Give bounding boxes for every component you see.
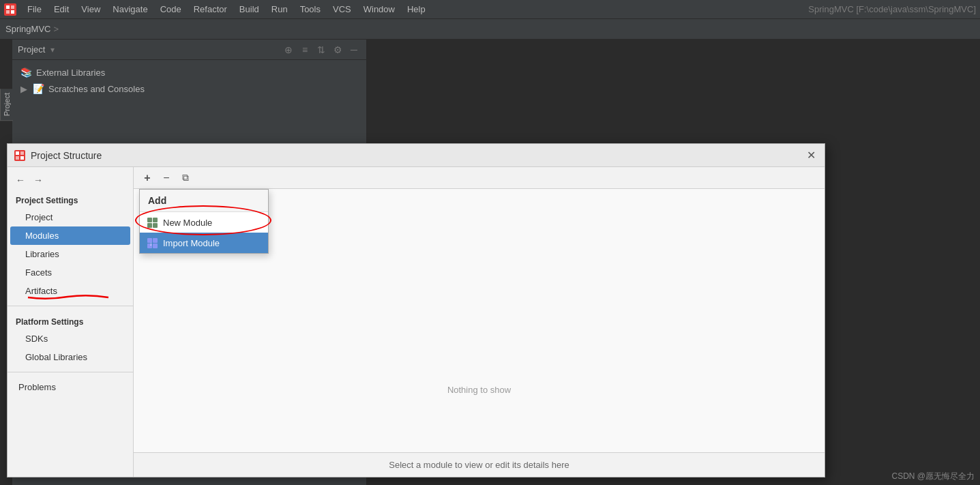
svg-rect-2	[11, 5, 14, 9]
dialog-main-content: + − ⧉ Add New Module	[134, 167, 825, 477]
svg-rect-0	[4, 3, 16, 16]
svg-rect-13	[153, 223, 158, 228]
panel-sort-btn[interactable]: ⇅	[314, 43, 328, 57]
csdn-watermark: CSDN @愿无悔尽全力	[891, 471, 975, 482]
menu-build[interactable]: Build	[234, 2, 265, 16]
dialog-body: ← → Project Settings Project Modules Lib…	[8, 167, 825, 477]
scratches-expand-icon: ▶	[20, 84, 27, 94]
nothing-to-show-label: Nothing to show	[447, 385, 511, 395]
dialog-sidebar: ← → Project Settings Project Modules Lib…	[8, 167, 134, 477]
svg-text:↓: ↓	[149, 241, 152, 247]
add-dropdown-menu: Add New Module	[139, 189, 269, 254]
new-module-icon	[147, 217, 158, 228]
scratches-label: Scratches and Consoles	[48, 84, 145, 94]
menu-view[interactable]: View	[76, 2, 106, 16]
footer-text: Select a module to view or edit its deta…	[389, 460, 569, 470]
dialog-toolbar: + − ⧉	[134, 167, 825, 189]
dialog-close-button[interactable]: ✕	[804, 149, 818, 162]
nav-item-problems[interactable]: Problems	[10, 378, 130, 396]
nav-item-sdks[interactable]: SDKs	[10, 329, 130, 348]
panel-dropdown-arrow[interactable]: ▾	[50, 45, 55, 55]
svg-rect-8	[16, 156, 19, 160]
panel-scroll-btn[interactable]: ≡	[298, 43, 312, 57]
external-libraries-icon: 📚	[20, 67, 32, 78]
external-libraries-label: External Libraries	[36, 68, 105, 78]
svg-rect-10	[147, 218, 152, 222]
import-module-icon: ↓	[147, 237, 158, 248]
project-structure-dialog: Project Structure ✕ ← → Project Settings…	[7, 143, 825, 477]
copy-button[interactable]: ⧉	[177, 170, 194, 186]
platform-settings-header: Platform Settings	[8, 312, 133, 329]
menubar: File Edit View Navigate Code Refactor Bu…	[0, 0, 980, 19]
menu-run[interactable]: Run	[266, 2, 293, 16]
svg-rect-1	[6, 5, 10, 9]
panel-title: Project	[18, 44, 45, 55]
dialog-footer: Select a module to view or edit its deta…	[134, 452, 825, 477]
svg-rect-17	[153, 244, 158, 248]
sidebar-divider-2	[8, 372, 133, 372]
svg-rect-9	[20, 156, 24, 160]
nav-item-facets[interactable]: Facets	[10, 263, 130, 282]
svg-rect-12	[147, 223, 152, 228]
nav-item-modules[interactable]: Modules	[10, 226, 130, 245]
scratches-icon: 📝	[33, 83, 44, 94]
svg-rect-7	[20, 151, 24, 155]
nav-forward-button[interactable]: →	[31, 173, 46, 188]
panel-header: Project ▾ ⊕ ≡ ⇅ ⚙ ─	[12, 40, 366, 60]
sidebar-divider	[8, 306, 133, 306]
import-module-label: Import Module	[163, 238, 220, 248]
panel-minimize-btn[interactable]: ─	[347, 43, 361, 57]
add-new-module-item[interactable]: New Module	[140, 212, 268, 233]
svg-rect-4	[11, 10, 14, 14]
dialog-icon	[14, 150, 25, 161]
dialog-titlebar: Project Structure ✕	[8, 144, 825, 167]
nav-item-artifacts[interactable]: Artifacts	[10, 282, 130, 300]
menu-navigate[interactable]: Navigate	[107, 2, 153, 16]
nav-item-libraries[interactable]: Libraries	[10, 245, 130, 263]
svg-rect-3	[6, 10, 10, 14]
app-logo	[4, 3, 16, 16]
svg-rect-15	[153, 238, 158, 243]
panel-settings-btn[interactable]: ⚙	[331, 43, 344, 57]
breadcrumb-project[interactable]: SpringMVC	[5, 24, 50, 34]
menu-refactor[interactable]: Refactor	[188, 2, 233, 16]
menu-edit[interactable]: Edit	[48, 2, 74, 16]
dialog-title: Project Structure	[31, 150, 799, 161]
project-side-tab[interactable]: Project	[0, 89, 13, 121]
project-title: SpringMVC [F:\code\java\ssm\SpringMVC]	[808, 4, 976, 14]
svg-rect-6	[16, 151, 19, 155]
panel-item-scratches[interactable]: ▶ 📝 Scratches and Consoles	[12, 80, 366, 97]
panel-locate-btn[interactable]: ⊕	[282, 43, 295, 57]
remove-button[interactable]: −	[158, 170, 175, 186]
add-button[interactable]: +	[139, 170, 155, 186]
menu-tools[interactable]: Tools	[295, 2, 326, 16]
import-module-item[interactable]: ↓ Import Module	[140, 233, 268, 253]
menu-window[interactable]: Window	[358, 2, 400, 16]
dialog-nav-buttons: ← →	[8, 170, 133, 190]
menu-help[interactable]: Help	[402, 2, 431, 16]
add-dropdown-header: Add	[140, 190, 268, 212]
menu-code[interactable]: Code	[155, 2, 187, 16]
menu-file[interactable]: File	[22, 2, 47, 16]
nav-item-project[interactable]: Project	[10, 208, 130, 226]
menu-vcs[interactable]: VCS	[327, 2, 357, 16]
project-settings-header: Project Settings	[8, 190, 133, 208]
svg-rect-11	[153, 218, 158, 222]
breadcrumb-chevron: >	[53, 24, 59, 34]
nav-item-global-libraries[interactable]: Global Libraries	[10, 348, 130, 366]
panel-item-external-libraries[interactable]: 📚 External Libraries	[12, 64, 366, 80]
new-module-label: New Module	[163, 218, 212, 228]
breadcrumb: SpringMVC >	[0, 19, 980, 40]
nav-back-button[interactable]: ←	[13, 173, 28, 188]
